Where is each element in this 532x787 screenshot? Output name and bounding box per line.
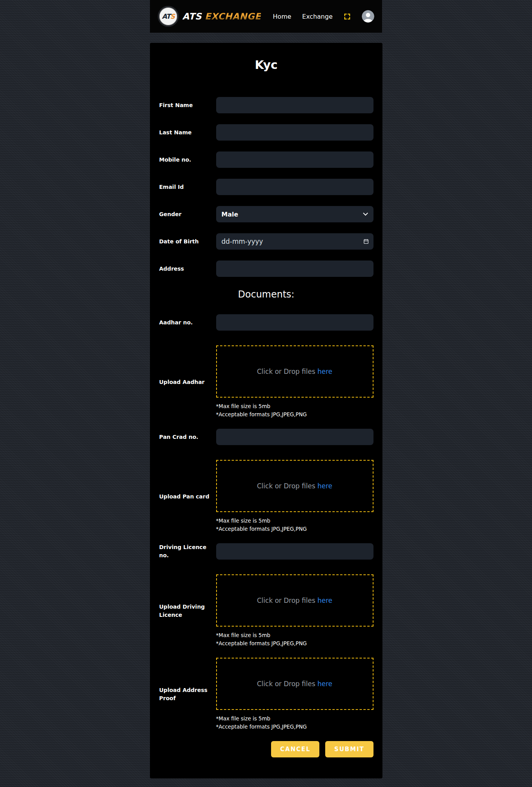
documents-heading: Documents: xyxy=(159,288,373,301)
calendar-icon[interactable] xyxy=(363,238,369,245)
address-proof-dropzone[interactable]: Click or Drop files here xyxy=(216,658,373,710)
page-title: Kyc xyxy=(159,56,373,74)
upload-notes: *Max file size is 5mb *Acceptable format… xyxy=(216,631,373,648)
upload-licence-label: Upload Driving Licence xyxy=(159,603,216,619)
kyc-card: Kyc First Name Last Name Mobile no. Emai… xyxy=(150,43,382,778)
note-formats: *Acceptable formats JPG,JPEG,PNG xyxy=(216,723,373,731)
dropzone-text: Click or Drop files xyxy=(257,368,315,375)
brand-wordmark: ATS EXCHANGE xyxy=(182,11,261,21)
form-row-pan-no: Pan Crad no. xyxy=(159,429,373,445)
mobile-label: Mobile no. xyxy=(159,156,216,164)
cancel-button[interactable]: CANCEL xyxy=(271,741,319,757)
dropzone-here-link[interactable]: here xyxy=(317,597,332,604)
form-row-licence-no: Driving Licence no. xyxy=(159,543,373,560)
email-input[interactable] xyxy=(216,179,373,195)
note-formats: *Acceptable formats JPG,JPEG,PNG xyxy=(216,525,373,533)
top-navbar: ATS ATS EXCHANGE Home Exchange xyxy=(150,0,382,33)
upload-pan-label: Upload Pan card xyxy=(159,493,216,501)
brand-badge-icon: ATS xyxy=(158,6,179,27)
licence-no-input[interactable] xyxy=(216,543,373,560)
address-input[interactable] xyxy=(216,261,373,277)
email-label: Email Id xyxy=(159,183,216,191)
aadhar-dropzone[interactable]: Click or Drop files here xyxy=(216,345,373,398)
upload-notes: *Max file size is 5mb *Acceptable format… xyxy=(216,517,373,533)
dob-input-wrap xyxy=(216,233,373,250)
note-formats: *Acceptable formats JPG,JPEG,PNG xyxy=(216,410,373,419)
fullscreen-icon[interactable] xyxy=(344,13,351,20)
upload-notes: *Max file size is 5mb *Acceptable format… xyxy=(216,715,373,731)
dropzone-here-link[interactable]: here xyxy=(317,368,332,375)
note-max-size: *Max file size is 5mb xyxy=(216,631,373,639)
mobile-input[interactable] xyxy=(216,151,373,168)
form-actions: CANCEL SUBMIT xyxy=(159,741,373,757)
nav-link-exchange[interactable]: Exchange xyxy=(302,13,333,20)
dropzone-text: Click or Drop files xyxy=(257,482,315,490)
dropzone-text: Click or Drop files xyxy=(257,597,315,604)
last-name-input[interactable] xyxy=(216,124,373,141)
upload-notes: *Max file size is 5mb *Acceptable format… xyxy=(216,402,373,419)
gender-select-wrap: Male xyxy=(216,206,373,222)
aadhar-no-input[interactable] xyxy=(216,314,373,331)
dropzone-here-link[interactable]: here xyxy=(317,680,332,688)
brand-badge-text-dark: AT xyxy=(162,12,170,20)
licence-no-label: Driving Licence no. xyxy=(159,543,216,560)
note-max-size: *Max file size is 5mb xyxy=(216,517,373,525)
dropzone-text: Click or Drop files xyxy=(257,680,315,688)
dob-input[interactable] xyxy=(216,233,373,250)
dropzone-here-link[interactable]: here xyxy=(317,482,332,490)
nav-link-home[interactable]: Home xyxy=(273,13,291,20)
form-row-first-name: First Name xyxy=(159,97,373,113)
brand-badge-text-orange: S xyxy=(170,12,174,20)
user-avatar-icon[interactable] xyxy=(362,10,374,23)
upload-row-licence: Upload Driving Licence Click or Drop fil… xyxy=(159,574,373,648)
note-max-size: *Max file size is 5mb xyxy=(216,402,373,410)
form-row-aadhar-no: Aadhar no. xyxy=(159,314,373,331)
submit-button[interactable]: SUBMIT xyxy=(325,741,373,757)
first-name-input[interactable] xyxy=(216,97,373,113)
upload-aadhar-label: Upload Aadhar xyxy=(159,378,216,386)
note-max-size: *Max file size is 5mb xyxy=(216,715,373,723)
form-row-email: Email Id xyxy=(159,179,373,195)
upload-row-address-proof: Upload Address Proof Click or Drop files… xyxy=(159,658,373,731)
kyc-form: First Name Last Name Mobile no. Email Id… xyxy=(159,97,373,757)
note-formats: *Acceptable formats JPG,JPEG,PNG xyxy=(216,639,373,648)
form-row-last-name: Last Name xyxy=(159,124,373,141)
brand-logo[interactable]: ATS ATS EXCHANGE xyxy=(158,6,261,27)
pan-no-label: Pan Crad no. xyxy=(159,433,216,441)
brand-name-secondary: EXCHANGE xyxy=(205,11,261,21)
form-row-mobile: Mobile no. xyxy=(159,151,373,168)
brand-name-primary: ATS xyxy=(182,11,202,21)
upload-row-aadhar: Upload Aadhar Click or Drop files here *… xyxy=(159,345,373,419)
last-name-label: Last Name xyxy=(159,129,216,137)
address-label: Address xyxy=(159,265,216,273)
first-name-label: First Name xyxy=(159,101,216,109)
pan-dropzone[interactable]: Click or Drop files here xyxy=(216,460,373,512)
dob-label: Date of Birth xyxy=(159,238,216,246)
upload-row-pan: Upload Pan card Click or Drop files here… xyxy=(159,460,373,533)
aadhar-no-label: Aadhar no. xyxy=(159,319,216,327)
form-row-address: Address xyxy=(159,261,373,277)
gender-label: Gender xyxy=(159,210,216,218)
licence-dropzone[interactable]: Click or Drop files here xyxy=(216,574,373,627)
gender-select[interactable]: Male xyxy=(216,206,373,222)
upload-address-proof-label: Upload Address Proof xyxy=(159,686,216,702)
form-row-dob: Date of Birth xyxy=(159,233,373,250)
pan-no-input[interactable] xyxy=(216,429,373,445)
form-row-gender: Gender Male xyxy=(159,206,373,222)
